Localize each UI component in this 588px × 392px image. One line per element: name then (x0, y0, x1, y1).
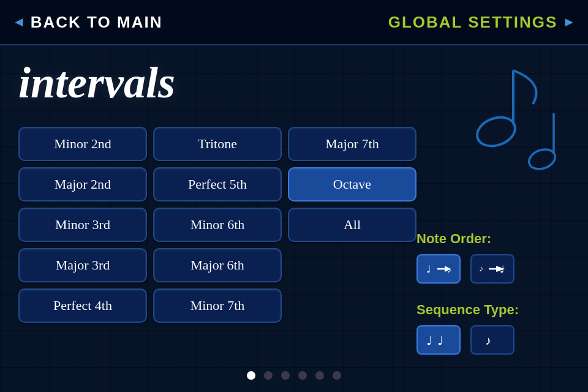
interval-all[interactable]: All (288, 208, 417, 242)
back-to-main-button[interactable]: ◄ BACK TO MAIN (12, 13, 162, 32)
sequence-type-buttons: ♩ ♩ ♪ (417, 325, 582, 355)
right-panel: Note Order: ♩ ♪ ♪ (417, 121, 582, 355)
svg-text:♩: ♩ (500, 264, 505, 274)
interval-minor3rd[interactable]: Minor 3rd (18, 208, 147, 242)
descending-icon: ♪ ♩ (478, 259, 507, 279)
sequence-type-section: Sequence Type: ♩ ♩ ♪ (417, 302, 582, 355)
note-spacer (417, 121, 582, 231)
sequence-type-label: Sequence Type: (417, 302, 582, 318)
interval-major6th[interactable]: Major 6th (153, 248, 282, 282)
interval-minor7th[interactable]: Minor 7th (153, 288, 282, 323)
pagination-dot-5[interactable] (315, 371, 324, 380)
top-navigation: ◄ BACK TO MAIN GLOBAL SETTINGS ► (0, 0, 588, 45)
back-arrow-icon: ◄ (12, 14, 26, 30)
global-settings-button[interactable]: GLOBAL SETTINGS ► (388, 13, 576, 32)
note-order-label: Note Order: (417, 231, 582, 247)
pagination-dots (247, 371, 341, 380)
ascending-icon: ♩ ♪ (424, 259, 453, 279)
sequence-harmonic[interactable]: ♩ ♩ (417, 325, 461, 355)
interval-major7th[interactable]: Major 7th (288, 127, 417, 161)
pagination-dot-1[interactable] (247, 371, 255, 380)
forward-arrow-icon: ► (562, 14, 576, 30)
interval-perfect4th[interactable]: Perfect 4th (18, 288, 147, 323)
interval-major2nd[interactable]: Major 2nd (18, 167, 147, 202)
page-title: intervals (18, 58, 570, 108)
svg-text:♩: ♩ (426, 334, 432, 347)
svg-text:♩: ♩ (437, 334, 443, 347)
sequence-melodic[interactable]: ♪ (470, 325, 514, 355)
svg-text:♩: ♩ (426, 264, 431, 274)
svg-text:♪: ♪ (479, 264, 483, 273)
pagination-dot-2[interactable] (264, 371, 273, 380)
intervals-grid: Minor 2nd Tritone Major 7th Major 2nd Pe… (18, 127, 417, 323)
note-order-descending[interactable]: ♪ ♩ (470, 254, 514, 284)
harmonic-icon: ♩ ♩ (424, 330, 453, 350)
back-to-main-label: BACK TO MAIN (31, 13, 163, 32)
pagination-dot-6[interactable] (333, 371, 341, 380)
melodic-icon: ♪ (478, 330, 507, 350)
interval-octave[interactable]: Octave (288, 167, 417, 202)
interval-major3rd[interactable]: Major 3rd (18, 248, 147, 282)
note-order-section: Note Order: ♩ ♪ ♪ (417, 231, 582, 284)
svg-text:♪: ♪ (485, 334, 491, 347)
interval-minor2nd[interactable]: Minor 2nd (18, 127, 147, 161)
svg-text:♪: ♪ (447, 265, 451, 274)
interval-tritone[interactable]: Tritone (153, 127, 282, 161)
note-order-buttons: ♩ ♪ ♪ ♩ (417, 254, 582, 284)
note-order-ascending[interactable]: ♩ ♪ (417, 254, 461, 284)
global-settings-label: GLOBAL SETTINGS (388, 13, 558, 32)
interval-minor6th[interactable]: Minor 6th (153, 208, 282, 242)
interval-perfect5th[interactable]: Perfect 5th (153, 167, 282, 202)
main-content: intervals Minor 2nd Tritone Major 7th Ma… (0, 45, 588, 392)
pagination-dot-4[interactable] (298, 371, 307, 380)
pagination-dot-3[interactable] (281, 371, 290, 380)
